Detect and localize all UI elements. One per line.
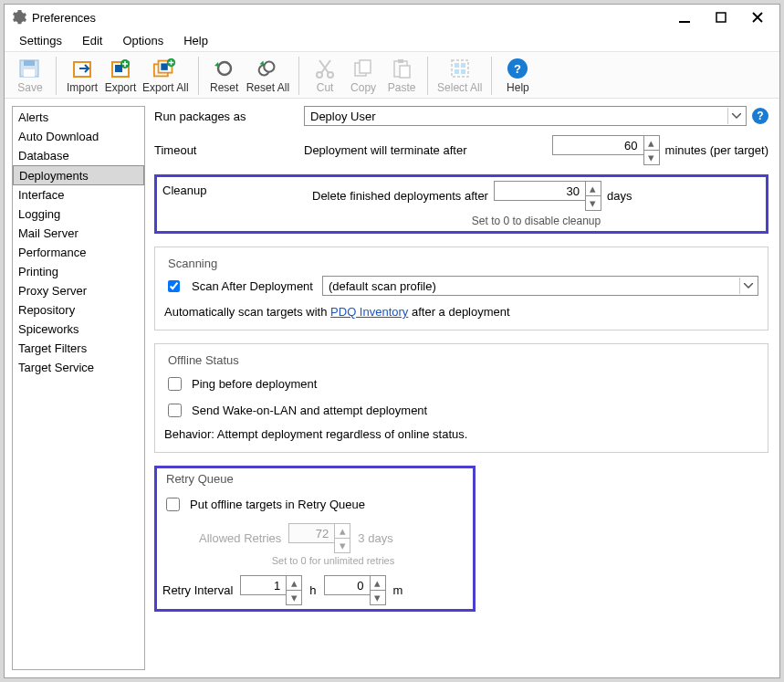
- spinner-up-icon[interactable]: ▴: [644, 136, 659, 151]
- cut-icon: [312, 58, 338, 79]
- cleanup-label: Cleanup: [162, 181, 312, 197]
- sidebar-item-interface[interactable]: Interface: [13, 185, 144, 205]
- spinner-down-icon[interactable]: ▾: [371, 591, 385, 604]
- spinner-down-icon[interactable]: ▾: [287, 591, 301, 604]
- svg-rect-23: [452, 60, 468, 77]
- menubar: Settings Edit Options Help: [5, 30, 779, 52]
- help-button[interactable]: ? Help: [499, 56, 536, 96]
- context-help-icon[interactable]: ?: [752, 108, 768, 124]
- spinner-down-icon: ▾: [335, 539, 350, 552]
- sidebar-item-spiceworks[interactable]: Spiceworks: [13, 320, 144, 339]
- allowed-retries-suffix: 3 days: [358, 531, 392, 545]
- ping-label: Ping before deployment: [192, 377, 317, 391]
- copy-button: Copy: [345, 56, 382, 96]
- minimize-button[interactable]: [666, 6, 703, 28]
- svg-rect-8: [115, 65, 122, 72]
- gear-icon: [12, 10, 26, 25]
- sidebar-item-repository[interactable]: Repository: [13, 300, 144, 320]
- spinner-down-icon[interactable]: ▾: [586, 196, 601, 210]
- window-title: Preferences: [32, 11, 666, 25]
- spinner-up-icon[interactable]: ▴: [287, 576, 301, 591]
- svg-text:?: ?: [514, 62, 521, 76]
- svg-rect-22: [400, 66, 410, 78]
- retry-queue-label: Put offline targets in Retry Queue: [190, 498, 365, 511]
- sidebar-item-proxy-server[interactable]: Proxy Server: [13, 281, 144, 300]
- ping-checkbox[interactable]: [168, 377, 182, 391]
- svg-rect-12: [162, 63, 168, 69]
- sidebar-item-logging[interactable]: Logging: [13, 205, 144, 224]
- timeout-spinner[interactable]: ▴▾: [552, 135, 660, 165]
- export-icon: [108, 58, 133, 79]
- svg-rect-3: [24, 60, 35, 66]
- close-button[interactable]: [739, 6, 776, 28]
- retry-minutes-input[interactable]: [324, 575, 370, 595]
- chevron-down-icon: [727, 108, 744, 124]
- scan-after-checkbox[interactable]: [168, 280, 180, 292]
- timeout-text: Deployment will terminate after: [304, 143, 466, 157]
- menu-edit[interactable]: Edit: [73, 31, 111, 50]
- hours-label: h: [309, 583, 316, 597]
- sidebar-item-database[interactable]: Database: [13, 146, 144, 165]
- save-icon: [17, 58, 43, 79]
- sidebar-item-printing[interactable]: Printing: [13, 262, 144, 281]
- reset-button[interactable]: Reset: [206, 56, 243, 96]
- svg-rect-4: [24, 69, 35, 77]
- resetall-icon: [255, 58, 280, 79]
- resetall-button[interactable]: Reset All: [245, 56, 291, 96]
- retry-hours-input[interactable]: [240, 575, 286, 595]
- save-button: Save: [12, 56, 48, 96]
- paste-icon: [389, 58, 414, 79]
- import-button[interactable]: Import: [64, 56, 100, 96]
- selectall-icon: [447, 58, 473, 79]
- retry-interval-label: Retry Interval: [162, 583, 233, 597]
- svg-point-17: [328, 72, 333, 78]
- selectall-button: Select All: [435, 56, 484, 96]
- category-sidebar: Alerts Auto Download Database Deployment…: [12, 106, 145, 670]
- toolbar: Save Import Export Export All Reset: [5, 52, 779, 99]
- scanning-legend: Scanning: [164, 257, 221, 270]
- svg-rect-19: [360, 60, 371, 73]
- timeout-input[interactable]: [552, 135, 643, 155]
- cleanup-spinner[interactable]: ▴▾: [494, 181, 601, 211]
- settings-panel: Run packages as Deploy User ? Timeout De…: [152, 106, 772, 670]
- retry-legend: Retry Queue: [162, 472, 237, 486]
- export-button[interactable]: Export: [102, 56, 139, 96]
- sidebar-item-target-filters[interactable]: Target Filters: [13, 339, 144, 358]
- scan-profile-select[interactable]: (default scan profile): [322, 276, 758, 296]
- maximize-button[interactable]: [703, 6, 739, 28]
- cleanup-input[interactable]: [494, 181, 585, 201]
- sidebar-item-target-service[interactable]: Target Service: [13, 358, 144, 377]
- run-as-select[interactable]: Deploy User: [304, 106, 747, 126]
- wol-checkbox[interactable]: [168, 404, 182, 417]
- spinner-down-icon[interactable]: ▾: [644, 151, 659, 164]
- chevron-down-icon: [739, 278, 756, 294]
- sidebar-item-performance[interactable]: Performance: [13, 243, 144, 262]
- allowed-retries-hint: Set to 0 for unlimited retries: [199, 555, 467, 566]
- spinner-up-icon[interactable]: ▴: [371, 576, 385, 591]
- pdq-inventory-link[interactable]: PDQ Inventory: [330, 305, 408, 319]
- retry-hours-spinner[interactable]: ▴▾: [240, 575, 302, 605]
- offline-group: Offline Status Ping before deployment Se…: [154, 343, 768, 453]
- menu-options[interactable]: Options: [113, 31, 172, 50]
- sidebar-item-auto-download[interactable]: Auto Download: [13, 127, 144, 146]
- svg-rect-21: [398, 59, 403, 63]
- reset-icon: [212, 58, 237, 79]
- retry-queue-checkbox[interactable]: [166, 498, 180, 511]
- timeout-label: Timeout: [154, 143, 304, 157]
- spinner-up-icon[interactable]: ▴: [586, 182, 601, 196]
- run-as-label: Run packages as: [154, 110, 304, 123]
- svg-rect-27: [461, 69, 465, 74]
- svg-rect-25: [461, 63, 465, 68]
- retry-minutes-spinner[interactable]: ▴▾: [324, 575, 386, 605]
- allowed-retries-label: Allowed Retries: [199, 531, 281, 545]
- cleanup-suffix: days: [607, 189, 632, 203]
- sidebar-item-mail-server[interactable]: Mail Server: [13, 224, 144, 243]
- menu-settings[interactable]: Settings: [10, 31, 71, 50]
- menu-help[interactable]: Help: [174, 31, 217, 50]
- sidebar-item-deployments[interactable]: Deployments: [13, 165, 144, 185]
- svg-point-15: [265, 62, 275, 72]
- copy-icon: [350, 58, 376, 79]
- sidebar-item-alerts[interactable]: Alerts: [13, 108, 144, 127]
- exportall-button[interactable]: Export All: [141, 56, 191, 96]
- offline-behavior: Behavior: Attempt deployment regardless …: [164, 427, 758, 441]
